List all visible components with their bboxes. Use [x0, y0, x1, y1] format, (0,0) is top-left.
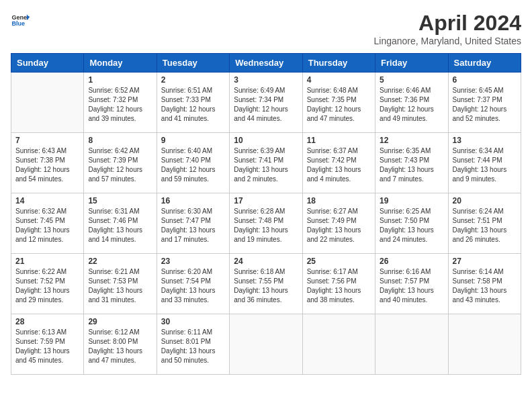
week-row-3: 14Sunrise: 6:32 AM Sunset: 7:45 PM Dayli… — [11, 193, 521, 254]
day-info: Sunrise: 6:32 AM Sunset: 7:45 PM Dayligh… — [15, 207, 79, 244]
week-row-2: 7Sunrise: 6:43 AM Sunset: 7:38 PM Daylig… — [11, 133, 521, 193]
calendar-cell: 29Sunrise: 6:12 AM Sunset: 8:00 PM Dayli… — [84, 314, 157, 375]
day-number: 19 — [380, 196, 443, 205]
week-row-1: 1Sunrise: 6:52 AM Sunset: 7:32 PM Daylig… — [11, 73, 521, 133]
weekday-header-row: SundayMondayTuesdayWednesdayThursdayFrid… — [11, 54, 521, 73]
calendar-cell: 26Sunrise: 6:16 AM Sunset: 7:57 PM Dayli… — [375, 254, 448, 314]
calendar-cell: 17Sunrise: 6:28 AM Sunset: 7:48 PM Dayli… — [230, 193, 302, 254]
day-number: 20 — [453, 196, 517, 205]
day-number: 25 — [307, 257, 371, 266]
weekday-header-thursday: Thursday — [302, 54, 375, 73]
day-number: 7 — [15, 136, 79, 145]
calendar-cell: 10Sunrise: 6:39 AM Sunset: 7:41 PM Dayli… — [230, 133, 302, 193]
calendar-cell: 6Sunrise: 6:45 AM Sunset: 7:37 PM Daylig… — [448, 73, 521, 133]
calendar-cell: 19Sunrise: 6:25 AM Sunset: 7:50 PM Dayli… — [375, 193, 448, 254]
weekday-header-tuesday: Tuesday — [157, 54, 229, 73]
day-number: 12 — [380, 136, 443, 145]
day-info: Sunrise: 6:13 AM Sunset: 7:59 PM Dayligh… — [15, 328, 79, 365]
calendar-cell: 3Sunrise: 6:49 AM Sunset: 7:34 PM Daylig… — [230, 73, 302, 133]
day-info: Sunrise: 6:27 AM Sunset: 7:49 PM Dayligh… — [307, 207, 371, 244]
weekday-header-saturday: Saturday — [448, 54, 521, 73]
calendar-cell: 4Sunrise: 6:48 AM Sunset: 7:35 PM Daylig… — [302, 73, 375, 133]
weekday-header-friday: Friday — [375, 54, 448, 73]
calendar-cell: 14Sunrise: 6:32 AM Sunset: 7:45 PM Dayli… — [11, 193, 84, 254]
day-info: Sunrise: 6:25 AM Sunset: 7:50 PM Dayligh… — [380, 207, 443, 244]
weekday-header-monday: Monday — [84, 54, 157, 73]
day-info: Sunrise: 6:34 AM Sunset: 7:44 PM Dayligh… — [453, 146, 517, 184]
day-number: 22 — [88, 257, 152, 266]
day-info: Sunrise: 6:52 AM Sunset: 7:32 PM Dayligh… — [88, 86, 152, 124]
calendar-cell: 12Sunrise: 6:35 AM Sunset: 7:43 PM Dayli… — [375, 133, 448, 193]
day-number: 4 — [307, 75, 371, 85]
day-number: 9 — [161, 136, 225, 145]
calendar-cell: 30Sunrise: 6:11 AM Sunset: 8:01 PM Dayli… — [157, 314, 229, 375]
day-info: Sunrise: 6:18 AM Sunset: 7:55 PM Dayligh… — [234, 267, 298, 305]
calendar-cell: 13Sunrise: 6:34 AM Sunset: 7:44 PM Dayli… — [448, 133, 521, 193]
day-info: Sunrise: 6:16 AM Sunset: 7:57 PM Dayligh… — [380, 267, 443, 305]
day-info: Sunrise: 6:12 AM Sunset: 8:00 PM Dayligh… — [88, 328, 152, 365]
day-number: 6 — [453, 75, 517, 85]
day-info: Sunrise: 6:49 AM Sunset: 7:34 PM Dayligh… — [234, 86, 298, 124]
day-number: 5 — [380, 75, 443, 85]
day-number: 14 — [15, 196, 79, 205]
day-number: 29 — [88, 317, 152, 326]
day-number: 27 — [453, 257, 517, 266]
location-subtitle: Linganore, Maryland, United States — [374, 36, 521, 46]
week-row-5: 28Sunrise: 6:13 AM Sunset: 7:59 PM Dayli… — [11, 314, 521, 375]
calendar-cell: 16Sunrise: 6:30 AM Sunset: 7:47 PM Dayli… — [157, 193, 229, 254]
day-number: 3 — [234, 75, 298, 85]
day-number: 18 — [307, 196, 371, 205]
week-row-4: 21Sunrise: 6:22 AM Sunset: 7:52 PM Dayli… — [11, 254, 521, 314]
calendar-cell — [230, 314, 302, 375]
day-number: 23 — [161, 257, 225, 266]
page-header: General Blue April 2024 Linganore, Maryl… — [11, 11, 521, 46]
day-info: Sunrise: 6:21 AM Sunset: 7:53 PM Dayligh… — [88, 267, 152, 305]
title-area: April 2024 Linganore, Maryland, United S… — [374, 11, 521, 46]
calendar-cell: 24Sunrise: 6:18 AM Sunset: 7:55 PM Dayli… — [230, 254, 302, 314]
calendar-cell: 8Sunrise: 6:42 AM Sunset: 7:39 PM Daylig… — [84, 133, 157, 193]
day-info: Sunrise: 6:42 AM Sunset: 7:39 PM Dayligh… — [88, 146, 152, 184]
calendar-cell: 20Sunrise: 6:24 AM Sunset: 7:51 PM Dayli… — [448, 193, 521, 254]
day-number: 1 — [88, 75, 152, 85]
main-title: April 2024 — [374, 11, 521, 36]
day-info: Sunrise: 6:39 AM Sunset: 7:41 PM Dayligh… — [234, 146, 298, 184]
calendar-cell: 11Sunrise: 6:37 AM Sunset: 7:42 PM Dayli… — [302, 133, 375, 193]
day-number: 13 — [453, 136, 517, 145]
calendar-cell: 1Sunrise: 6:52 AM Sunset: 7:32 PM Daylig… — [84, 73, 157, 133]
day-info: Sunrise: 6:48 AM Sunset: 7:35 PM Dayligh… — [307, 86, 371, 124]
calendar-cell: 23Sunrise: 6:20 AM Sunset: 7:54 PM Dayli… — [157, 254, 229, 314]
calendar-cell: 18Sunrise: 6:27 AM Sunset: 7:49 PM Dayli… — [302, 193, 375, 254]
day-number: 30 — [161, 317, 225, 326]
day-info: Sunrise: 6:43 AM Sunset: 7:38 PM Dayligh… — [15, 146, 79, 184]
calendar-cell — [11, 73, 84, 133]
calendar-table: SundayMondayTuesdayWednesdayThursdayFrid… — [11, 53, 521, 375]
calendar-cell: 22Sunrise: 6:21 AM Sunset: 7:53 PM Dayli… — [84, 254, 157, 314]
calendar-cell: 21Sunrise: 6:22 AM Sunset: 7:52 PM Dayli… — [11, 254, 84, 314]
calendar-cell: 15Sunrise: 6:31 AM Sunset: 7:46 PM Dayli… — [84, 193, 157, 254]
calendar-cell: 9Sunrise: 6:40 AM Sunset: 7:40 PM Daylig… — [157, 133, 229, 193]
day-info: Sunrise: 6:46 AM Sunset: 7:36 PM Dayligh… — [380, 86, 443, 124]
day-number: 28 — [15, 317, 79, 326]
day-number: 26 — [380, 257, 443, 266]
calendar-cell — [302, 314, 375, 375]
day-info: Sunrise: 6:30 AM Sunset: 7:47 PM Dayligh… — [161, 207, 225, 244]
day-info: Sunrise: 6:22 AM Sunset: 7:52 PM Dayligh… — [15, 267, 79, 305]
day-number: 21 — [15, 257, 79, 266]
day-number: 15 — [88, 196, 152, 205]
day-number: 11 — [307, 136, 371, 145]
calendar-cell: 25Sunrise: 6:17 AM Sunset: 7:56 PM Dayli… — [302, 254, 375, 314]
svg-text:Blue: Blue — [11, 20, 25, 27]
day-number: 8 — [88, 136, 152, 145]
calendar-cell — [375, 314, 448, 375]
day-info: Sunrise: 6:45 AM Sunset: 7:37 PM Dayligh… — [453, 86, 517, 124]
calendar-cell: 2Sunrise: 6:51 AM Sunset: 7:33 PM Daylig… — [157, 73, 229, 133]
calendar-cell — [448, 314, 521, 375]
day-info: Sunrise: 6:40 AM Sunset: 7:40 PM Dayligh… — [161, 146, 225, 184]
day-number: 16 — [161, 196, 225, 205]
day-number: 2 — [161, 75, 225, 85]
weekday-header-wednesday: Wednesday — [230, 54, 302, 73]
calendar-cell: 7Sunrise: 6:43 AM Sunset: 7:38 PM Daylig… — [11, 133, 84, 193]
day-info: Sunrise: 6:28 AM Sunset: 7:48 PM Dayligh… — [234, 207, 298, 244]
day-info: Sunrise: 6:51 AM Sunset: 7:33 PM Dayligh… — [161, 86, 225, 124]
day-info: Sunrise: 6:24 AM Sunset: 7:51 PM Dayligh… — [453, 207, 517, 244]
